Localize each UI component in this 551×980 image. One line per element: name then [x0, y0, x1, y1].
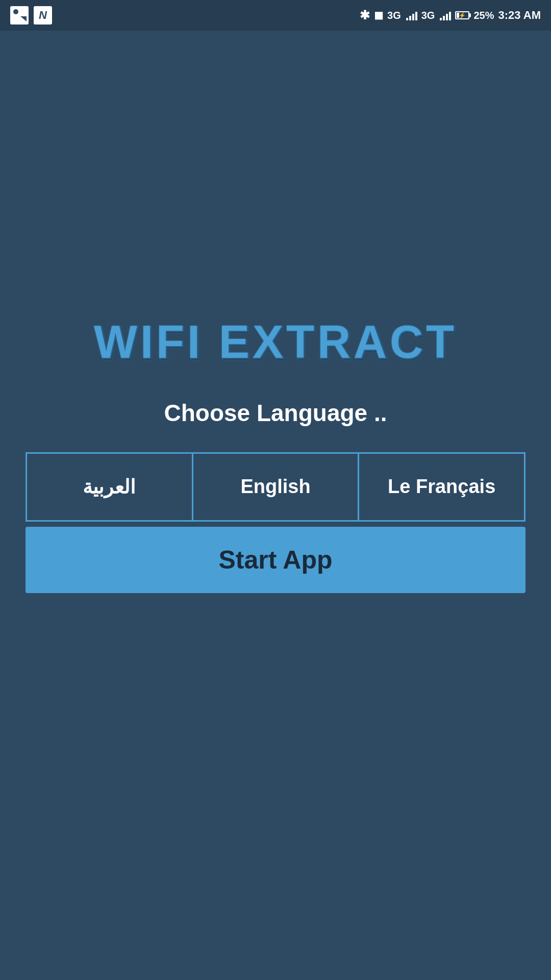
- vibrate-icon: ◼: [374, 9, 383, 22]
- network1-label: 3G: [387, 10, 401, 21]
- status-left-icons: N: [10, 6, 52, 24]
- signal-bar: [409, 16, 411, 20]
- time-display: 3:23 AM: [498, 9, 541, 22]
- signal-bar: [415, 12, 417, 20]
- status-right-info: ✱ ◼ 3G 3G ⚡ 25% 3:23 AM: [360, 8, 541, 22]
- signal-bar: [440, 18, 442, 20]
- choose-language-label: Choose Language ..: [164, 399, 387, 427]
- signal-bar: [406, 18, 408, 20]
- battery-icon: ⚡: [455, 11, 469, 19]
- status-bar: N ✱ ◼ 3G 3G ⚡ 25% 3:23 AM: [0, 0, 551, 31]
- english-language-button[interactable]: English: [193, 454, 360, 520]
- start-app-button[interactable]: Start App: [26, 527, 525, 593]
- n-icon: N: [34, 6, 52, 24]
- language-buttons-group: العربية English Le Français: [26, 452, 525, 522]
- app-title: WIFI EXTRACT: [94, 316, 457, 369]
- bluetooth-icon: ✱: [360, 8, 370, 22]
- signal-bar: [443, 16, 445, 20]
- battery-container: ⚡: [455, 11, 469, 19]
- photo-icon: [10, 6, 29, 24]
- main-content: WIFI EXTRACT Choose Language .. العربية …: [0, 31, 551, 980]
- signal-bar: [412, 14, 414, 20]
- network2-label: 3G: [421, 10, 435, 21]
- signal-bars-1: [406, 10, 417, 20]
- signal-bar: [449, 12, 451, 20]
- battery-percent: 25%: [473, 10, 494, 21]
- french-language-button[interactable]: Le Français: [359, 454, 524, 520]
- signal-bar: [446, 14, 448, 20]
- signal-bars-2: [440, 10, 451, 20]
- arabic-language-button[interactable]: العربية: [27, 454, 193, 520]
- battery-bolt-icon: ⚡: [459, 12, 466, 19]
- buttons-wrapper: العربية English Le Français Start App: [26, 452, 525, 593]
